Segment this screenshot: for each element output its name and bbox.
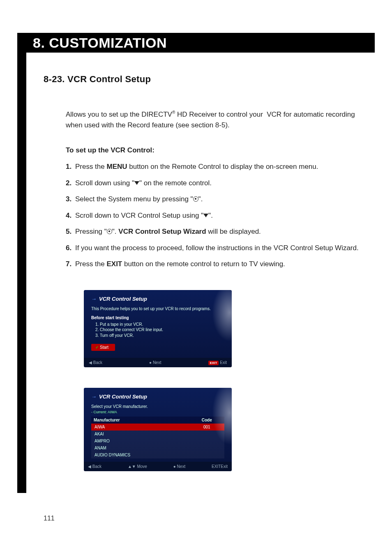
exit-badge: EXIT [208,361,219,365]
intro-paragraph: Allows you to set up the DIRECTV® HD Rec… [66,109,359,131]
down-triangle-icon [203,214,208,217]
cell-code [189,438,225,444]
exit-label: Exit [220,360,227,365]
col-manufacturer: Manufacturer [91,417,189,424]
cell-code [189,451,225,458]
step-text-b: ". [112,228,118,235]
cell-manufacturer: ANAM [91,444,189,451]
step-1: 1. Press the MENU button on the Remote C… [66,161,359,172]
step-text-b: button on the Remote Control to display … [127,163,318,170]
screenshot-title: →VCR Control Setup [91,394,224,400]
table-row: AIWA001 [91,424,224,431]
table-row: ANAM [91,444,224,451]
footer-back: ◀ Back [88,464,101,469]
page-content: 8-23. VCR Control Setup Allows you to se… [44,74,359,471]
step-num: 7. [66,260,71,268]
cell-manufacturer: AIWA [91,424,189,431]
step-text: Scroll down using "" on the remote contr… [75,179,212,187]
screenshot-before-list: 1. Put a tape in your VCR. 2. Choose the… [95,322,224,339]
select-icon [193,196,198,202]
footer-back: ◀ Back [89,360,102,365]
step-num: 6. [66,244,71,252]
intro-text: Allows you to set up the DIRECTV® HD Rec… [66,111,355,129]
footer-exit: EXITExit [212,464,228,469]
table-row: AKAI [91,431,224,438]
step-text-a: Press the [75,163,107,170]
screenshot-title: →VCR Control Setup [91,296,224,302]
screenshot-title-text: VCR Control Setup [99,394,147,400]
page-number: 111 [44,515,55,522]
footer-move: ▲▼ Move [128,464,147,469]
cell-manufacturer: AUDIO DYNAMICS [91,451,189,458]
list-item: 2. Choose the correct VCR line input. [95,327,224,333]
chapter-title-bar: 8. CUSTOMIZATION [17,33,375,53]
step-6: 6. If you want the process to proceed, f… [66,243,359,253]
table-row: AUDIO DYNAMICS [91,451,224,458]
screenshot-current: - Current: AIWA [91,410,224,414]
screenshot-description: This Procedure helps you to set up your … [91,306,224,311]
screenshot-before-heading: Before start testing [91,315,224,320]
footer-next: ● Next [149,360,161,365]
screenshot-select-text: Select your VCR manufacturer. [91,404,224,409]
screenshot-vcr-setup-2: →VCR Control Setup Select your VCR manuf… [84,388,232,471]
exit-badge: EXIT [212,464,221,469]
footer-exit: EXITExit [208,360,227,365]
cell-manufacturer: AKAI [91,431,189,438]
table-row: AMPRO [91,438,224,444]
screenshot-title-text: VCR Control Setup [99,296,147,302]
list-item: 1. Put a tape in your VCR. [95,322,224,327]
step-text: If you want the process to proceed, foll… [75,244,359,252]
table-header-row: Manufacturer Code [91,417,224,424]
step-4: 4. Scroll down to VCR Control Setup usin… [66,210,359,221]
step-3: 3. Select the System menu by pressing ""… [66,194,359,205]
step-list: 1. Press the MENU button on the Remote C… [66,161,359,269]
start-button: ✓Start [91,344,115,351]
chapter-title: 8. CUSTOMIZATION [33,35,167,51]
sub-heading: To set up the VCR Control: [66,145,359,156]
step-text: Scroll down to VCR Control Setup using "… [75,212,213,219]
step-num: 3. [66,195,71,203]
step-num: 1. [66,163,71,170]
screenshot-vcr-setup-1: →VCR Control Setup This Procedure helps … [84,290,232,367]
down-triangle-icon [134,181,139,185]
screenshot-body: →VCR Control Setup Select your VCR manuf… [84,388,232,462]
col-code: Code [189,417,225,424]
section-heading: 8-23. VCR Control Setup [44,74,359,85]
screenshot-body: →VCR Control Setup This Procedure helps … [84,290,232,358]
cell-code: 001 [189,424,225,431]
select-icon [107,229,112,234]
step-bold: MENU [106,163,127,170]
left-margin-bar [17,33,26,493]
start-label: Start [100,345,108,350]
step-text-a: Press the [75,260,107,268]
cell-code [189,444,225,451]
screenshot-footer: ◀ Back ● Next EXITExit [84,358,232,367]
cell-manufacturer: AMPRO [91,438,189,444]
step-text-b: ". [198,195,203,203]
manufacturer-table: Manufacturer Code AIWA001 AKAI AMPRO ANA… [91,417,224,458]
step-num: 4. [66,212,71,219]
check-icon: ✓ [95,345,99,350]
screenshot-footer: ◀ Back ▲▼ Move ● Next EXITExit [84,462,232,471]
arrow-icon: → [91,394,97,400]
step-7: 7. Press the EXIT button on the remote c… [66,259,359,269]
exit-label: Exit [221,464,228,469]
step-text-c: will be displayed. [206,228,261,235]
step-text-a: Select the System menu by pressing " [75,195,193,203]
body-text: Allows you to set up the DIRECTV® HD Rec… [66,109,359,269]
step-text-b: button on the remote control to return t… [122,260,285,268]
step-num: 2. [66,179,71,187]
step-num: 5. [66,228,71,235]
step-2: 2. Scroll down using "" on the remote co… [66,178,359,189]
step-bold: EXIT [106,260,122,268]
footer-next: ● Next [173,464,185,469]
step-text-a: Pressing " [75,228,107,235]
step-5: 5. Pressing "". VCR Control Setup Wizard… [66,226,359,237]
list-item: 3. Turn off your VCR. [95,333,224,339]
step-bold: VCR Control Setup Wizard [118,228,206,235]
arrow-icon: → [91,296,97,302]
cell-code [189,431,225,438]
